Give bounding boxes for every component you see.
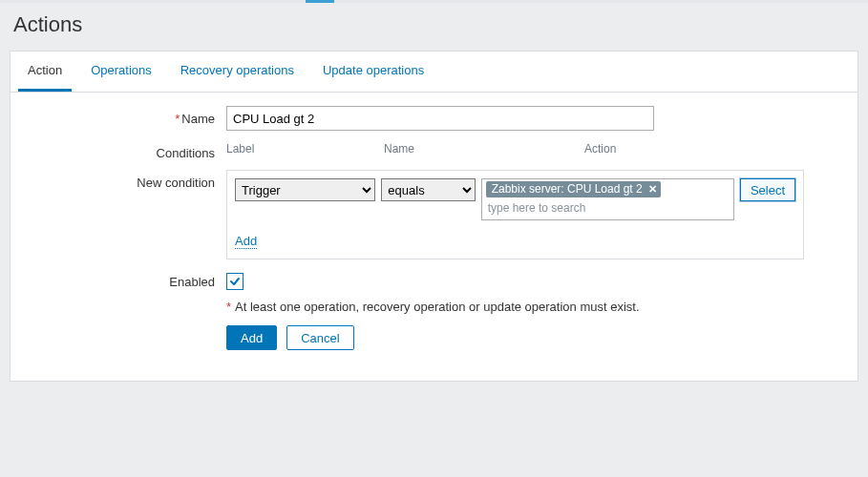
tabs: Action Operations Recovery operations Up… xyxy=(11,52,857,93)
add-button[interactable]: Add xyxy=(226,325,277,350)
required-hint: *At least one operation, recovery operat… xyxy=(226,300,640,314)
conditions-col-name: Name xyxy=(384,140,584,157)
conditions-table: Label Name Action xyxy=(226,140,742,157)
conditions-label: Conditions xyxy=(26,140,226,160)
condition-value-multiselect[interactable]: Zabbix server: CPU Load gt 2 ✕ type here… xyxy=(481,178,734,220)
condition-operator-select[interactable]: equals xyxy=(381,178,475,201)
conditions-col-action: Action xyxy=(584,140,699,157)
close-icon[interactable]: ✕ xyxy=(648,183,657,196)
tab-action[interactable]: Action xyxy=(18,52,72,92)
name-input[interactable] xyxy=(226,106,654,131)
cancel-button[interactable]: Cancel xyxy=(286,325,353,350)
new-condition-box: Trigger equals Zabbix server: CPU Load g… xyxy=(226,170,804,259)
new-condition-label: New condition xyxy=(26,170,226,190)
check-icon xyxy=(229,276,241,287)
name-label: *Name xyxy=(26,106,226,126)
condition-type-select[interactable]: Trigger xyxy=(235,178,375,201)
select-button[interactable]: Select xyxy=(740,178,795,201)
multiselect-placeholder: type here to search xyxy=(486,199,730,215)
enabled-checkbox[interactable] xyxy=(226,273,243,290)
action-panel: Action Operations Recovery operations Up… xyxy=(10,51,858,382)
condition-tag: Zabbix server: CPU Load gt 2 ✕ xyxy=(486,181,661,197)
conditions-col-label: Label xyxy=(226,140,384,157)
page-title: Actions xyxy=(0,3,868,51)
tab-update-operations[interactable]: Update operations xyxy=(313,52,434,92)
enabled-label: Enabled xyxy=(26,269,226,289)
add-condition-link[interactable]: Add xyxy=(235,234,257,249)
tab-operations[interactable]: Operations xyxy=(81,52,161,92)
tab-recovery-operations[interactable]: Recovery operations xyxy=(171,52,304,92)
